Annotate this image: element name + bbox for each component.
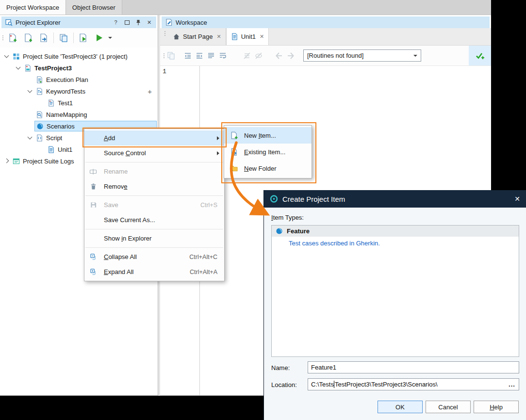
- menu-item-label: Expand All: [104, 268, 133, 275]
- close-icon[interactable]: ✕: [145, 18, 153, 26]
- menu-item-source-control[interactable]: Source Control: [84, 145, 224, 161]
- chevron-down-icon: [413, 55, 417, 57]
- menu-item-collapse-all[interactable]: Collapse All Ctrl+Alt+C: [84, 249, 224, 264]
- help-icon[interactable]: ?: [112, 18, 120, 26]
- workspace-title: Workspace: [176, 19, 207, 26]
- indent-button[interactable]: [194, 50, 205, 62]
- tree-item-project-suite[interactable]: Project Suite 'TestProject3' (1 project): [0, 50, 158, 62]
- show-panels-button[interactable]: [56, 31, 71, 45]
- tab-object-browser[interactable]: Object Browser: [66, 0, 122, 15]
- save-icon: [88, 201, 98, 210]
- tree-item-label: Scenarios: [47, 123, 75, 130]
- open-existing-item-button[interactable]: [36, 31, 51, 45]
- menu-item-label: Source Control: [104, 149, 146, 157]
- tree-item-label: NameMapping: [46, 111, 87, 118]
- add-keyword-test-button[interactable]: +: [148, 88, 152, 95]
- check-plus-icon: [475, 51, 485, 61]
- collapse-chevron-icon[interactable]: [26, 87, 34, 95]
- cancel-button[interactable]: Cancel: [426, 401, 471, 413]
- tree-item-execution-plan[interactable]: Execution Plan: [0, 74, 158, 85]
- menu-item-save-current-as[interactable]: Save Current As...: [84, 212, 224, 227]
- home-icon: [173, 33, 180, 40]
- wrap-lines-button[interactable]: [217, 50, 229, 62]
- eye-slash-icon: [254, 51, 263, 60]
- location-input[interactable]: C:\TestsTestProject3\TestProject3\Scenar…: [308, 378, 519, 390]
- toolbar-grip[interactable]: [162, 50, 165, 61]
- tree-item-testproject3[interactable]: TestProject3: [0, 62, 158, 74]
- testcomplete-icon: [270, 195, 278, 203]
- trash-icon: [88, 182, 98, 191]
- list-item-feature[interactable]: Feature: [272, 226, 519, 237]
- menu-item-expand-all[interactable]: Expand All Ctrl+Alt+A: [84, 264, 224, 279]
- menu-item-show-in-explorer[interactable]: Show in Explorer: [84, 231, 224, 246]
- menu-item-label: Collapse All: [104, 253, 137, 260]
- toggle-regions-button[interactable]: [241, 50, 253, 62]
- pin-icon[interactable]: [134, 18, 142, 26]
- dialog-title-bar[interactable]: Create Project Item ✕: [264, 190, 526, 208]
- menu-item-label: Rename: [104, 168, 128, 175]
- menu-item-remove[interactable]: Remove: [84, 179, 224, 194]
- collapse-chevron-icon[interactable]: [3, 52, 11, 60]
- routines-dropdown[interactable]: [Routines not found]: [303, 49, 421, 62]
- submenu-item-new-folder[interactable]: New Folder: [224, 160, 312, 177]
- lines-curved-arrow-icon: [218, 51, 227, 60]
- format-lines-button[interactable]: [205, 50, 217, 62]
- syntax-check-button[interactable]: [474, 50, 486, 62]
- feature-description: Test cases described in Gherkin.: [289, 240, 519, 247]
- workspace-tab-bar: Project Workspace Object Browser: [0, 0, 491, 15]
- new-project-suite-button[interactable]: [5, 31, 20, 45]
- tree-item-test1[interactable]: Test1: [0, 97, 158, 109]
- menu-separator: [85, 247, 223, 248]
- rename-icon: [88, 167, 98, 176]
- tab-start-page[interactable]: Start Page ✕: [168, 28, 226, 45]
- navigate-forward-button[interactable]: [285, 50, 296, 62]
- navigate-back-button[interactable]: [273, 50, 285, 62]
- collapse-chevron-icon[interactable]: [15, 64, 23, 72]
- collapse-chevron-icon[interactable]: [26, 134, 34, 142]
- location-label: Location:: [271, 381, 297, 388]
- close-icon[interactable]: ✕: [509, 190, 526, 208]
- create-project-item-dialog: Create Project Item ✕ Item Types: Featur…: [263, 190, 526, 420]
- tree-item-label: Execution Plan: [46, 76, 88, 83]
- menu-item-add[interactable]: Add: [84, 130, 224, 145]
- float-window-icon[interactable]: [123, 18, 131, 26]
- browse-button[interactable]: ...: [506, 380, 518, 389]
- close-tab-icon[interactable]: ✕: [216, 33, 221, 40]
- document-arrow-icon: [39, 33, 49, 43]
- toolbar-grip[interactable]: [1, 32, 4, 43]
- menu-item-label: Save: [104, 201, 118, 209]
- context-menu: Add Source Control Rename Remove Save Ct…: [84, 129, 225, 281]
- name-input[interactable]: [308, 361, 519, 373]
- tab-project-workspace[interactable]: Project Workspace: [0, 0, 66, 15]
- name-label: Name:: [271, 364, 290, 372]
- run-options-chevron-icon[interactable]: [108, 37, 112, 39]
- run-project-suite-button[interactable]: [76, 31, 91, 45]
- menu-item-save: Save Ctrl+S: [84, 197, 224, 212]
- add-routine-button[interactable]: [165, 50, 177, 62]
- tree-item-namemapping[interactable]: NameMapping: [0, 109, 158, 120]
- outdent-button[interactable]: [182, 50, 194, 62]
- workspace-header: Workspace: [162, 16, 490, 28]
- add-submenu: New Item... Existing Item... New Folder: [224, 125, 312, 178]
- tree-item-keywordtests[interactable]: KeywordTests +: [0, 85, 158, 97]
- item-type-list[interactable]: Feature Test cases described in Gherkin.: [271, 225, 519, 357]
- workspace-icon: [164, 18, 173, 26]
- tab-unit1[interactable]: Unit1 ✕: [226, 28, 269, 45]
- toolbar-grip[interactable]: [163, 28, 166, 39]
- logs-icon: [12, 157, 20, 165]
- existing-item-icon: [229, 147, 239, 156]
- toggle-hints-button[interactable]: [253, 50, 264, 62]
- document-plus-star-icon: [8, 33, 17, 43]
- run-project-button[interactable]: [92, 31, 106, 45]
- submenu-item-existing-item[interactable]: Existing Item...: [224, 144, 312, 160]
- lines-right-arrow-icon: [195, 51, 204, 60]
- scenarios-icon: [36, 122, 44, 130]
- new-project-item-button[interactable]: [21, 31, 35, 45]
- document-play-icon: [79, 33, 88, 43]
- ok-button[interactable]: OK: [378, 401, 423, 413]
- submenu-item-new-item[interactable]: New Item...: [224, 127, 312, 144]
- expand-chevron-icon[interactable]: [3, 157, 11, 165]
- new-item-icon: [229, 131, 239, 140]
- help-button[interactable]: Help: [474, 401, 519, 413]
- close-tab-icon[interactable]: ✕: [260, 33, 264, 40]
